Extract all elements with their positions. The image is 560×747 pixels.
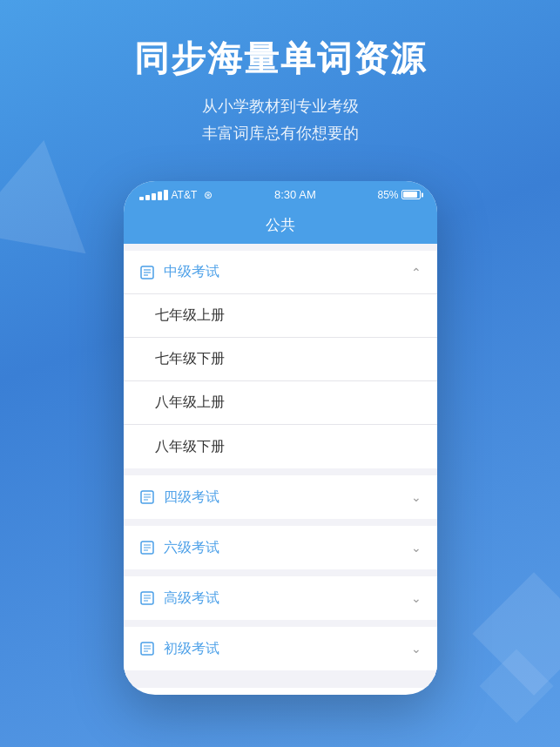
carrier-label: AT&T [172,189,198,201]
chevron-zhongji: ⌃ [411,266,422,279]
section-header-siji[interactable]: 四级考试 ⌄ [124,475,437,519]
section-label-chuji: 初级考试 [164,640,219,658]
category-icon-gaoji [139,590,155,606]
signal-icon [139,190,168,200]
section-gaoji: 高级考试 ⌄ [124,576,437,620]
sub-item-label-bajishangce: 八年级上册 [155,394,225,412]
chevron-liuji: ⌄ [411,541,422,555]
section-siji: 四级考试 ⌄ [124,475,437,519]
section-divider-5 [124,620,437,627]
sub-item-label-bajixiace: 八年级下册 [155,438,225,456]
header-section: 同步海量单词资源 从小学教材到专业考级 丰富词库总有你想要的 [0,0,560,164]
section-divider-1 [124,244,437,251]
section-divider-3 [124,519,437,526]
section-label-gaoji: 高级考试 [164,589,219,608]
section-header-liuji[interactable]: 六级考试 ⌄ [124,526,437,569]
section-label-liuji: 六级考试 [164,539,219,557]
section-label-zhongji: 中级考试 [164,263,219,281]
battery-icon [401,190,421,199]
phone-mockup: AT&T ⊛ 8:30 AM 85% 公共 [124,181,437,695]
status-bar-right: 85% [377,189,421,201]
category-icon-liuji [139,540,155,555]
sub-item-qnjishangce[interactable]: 七年级上册 [124,294,437,338]
chevron-chuji: ⌄ [411,642,422,656]
section-header-gaoji[interactable]: 高级考试 ⌄ [124,576,437,620]
status-time: 8:30 AM [274,188,316,201]
sub-title-line1: 从小学教材到专业考级 [17,93,543,120]
category-icon-chuji [139,641,155,656]
status-bar: AT&T ⊛ 8:30 AM 85% [124,181,437,206]
nav-bar: 公共 [124,206,437,244]
section-chuji: 初级考试 ⌄ [124,627,437,670]
section-header-zhongji[interactable]: 中级考试 ⌃ [124,251,437,294]
status-bar-left: AT&T ⊛ [139,189,213,201]
category-icon-siji [139,489,155,505]
chevron-gaoji: ⌄ [411,591,422,605]
sub-item-label-qnjixiace: 七年级下册 [155,350,225,368]
content-area: 中级考试 ⌃ 七年级上册 七年级下册 八年级上册 八年级下册 [124,244,437,688]
wifi-icon: ⊛ [204,189,213,201]
battery-percentage: 85% [377,189,398,201]
sub-item-label-qnjishangce: 七年级上册 [155,306,225,325]
main-title: 同步海量单词资源 [17,35,543,83]
sub-item-bajixiace[interactable]: 八年级下册 [124,425,437,468]
section-label-siji: 四级考试 [164,488,219,507]
section-zhongji: 中级考试 ⌃ 七年级上册 七年级下册 八年级上册 八年级下册 [124,251,437,468]
section-liuji: 六级考试 ⌄ [124,526,437,569]
chevron-siji: ⌄ [411,490,422,504]
nav-title: 公共 [266,217,295,233]
section-divider-2 [124,468,437,475]
sub-item-bajishangce[interactable]: 八年级上册 [124,381,437,425]
category-icon-zhongji [139,265,155,280]
sub-item-qnjixiace[interactable]: 七年级下册 [124,338,437,381]
sub-title: 从小学教材到专业考级 丰富词库总有你想要的 [17,93,543,146]
sub-title-line2: 丰富词库总有你想要的 [17,120,543,147]
section-divider-4 [124,569,437,576]
section-divider-end [124,670,437,677]
section-header-chuji[interactable]: 初级考试 ⌄ [124,627,437,670]
